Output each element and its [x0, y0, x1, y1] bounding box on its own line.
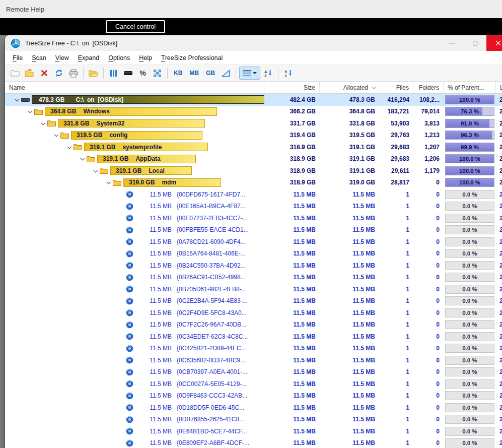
- allocated-cell: 319.0 GB: [320, 177, 379, 189]
- table-row[interactable]: 11.5 MB{0DB76855-2625-41C8...11.5 MB11.5…: [5, 414, 502, 426]
- chevron-down-icon[interactable]: [78, 157, 87, 160]
- column-header-allocated[interactable]: Allocated: [320, 82, 379, 93]
- kb-button[interactable]: KB: [171, 67, 185, 80]
- menu-item-treesize-professional[interactable]: TreeSize Professional: [157, 51, 227, 65]
- table-row[interactable]: 319.1 GBsystemprofile318.9 GB319.1 GB29,…: [5, 141, 502, 153]
- column-header-size[interactable]: Size: [264, 82, 320, 93]
- table-row[interactable]: 319.1 GBLocal318.9 GB319.1 GB29,6111,179…: [5, 165, 502, 177]
- menu-item-expand[interactable]: Expand: [74, 51, 104, 65]
- table-row[interactable]: 478.3 GBC:\ on [OSDisk]482.4 GB478.3 GB4…: [5, 94, 502, 106]
- table-row[interactable]: 11.5 MB{0C2E2B4A-5F94-4E83-...11.5 MB11.…: [5, 295, 502, 307]
- table-row[interactable]: 11.5 MB{0C425B21-2D89-44EC...11.5 MB11.5…: [5, 343, 502, 355]
- name-cell: 331.8 GBSystem32: [5, 117, 264, 130]
- gradient-mode-icon[interactable]: [151, 67, 164, 80]
- folders-cell: 0: [413, 390, 444, 402]
- table-row[interactable]: 11.5 MB{0A78CD21-6090-4DF4...11.5 MB11.5…: [5, 236, 502, 248]
- allocated-cell: 319.1 GB: [320, 141, 379, 153]
- last-change-cell: 2/: [496, 177, 502, 189]
- allocated-cell: 11.5 MB: [320, 390, 379, 402]
- column-header-name[interactable]: Name: [5, 82, 264, 93]
- item-name-label: {0C2F4D9E-5FC8-43A0...: [177, 309, 247, 316]
- details-list-icon: [243, 70, 251, 77]
- menu-item-view[interactable]: View: [51, 51, 74, 65]
- close-button[interactable]: [486, 35, 502, 51]
- table-row[interactable]: 11.5 MB{00E07237-2EB3-4CC7-...11.5 MB11.…: [5, 212, 502, 224]
- table-row[interactable]: 11.5 MB{0CC0027A-5E05-4129-...11.5 MB11.…: [5, 378, 502, 390]
- table-row[interactable]: 11.5 MB{0D9F8463-CCC3-42AB...11.5 MB11.5…: [5, 390, 502, 402]
- chart-icon[interactable]: [219, 67, 233, 80]
- table-row[interactable]: 11.5 MB{0E64B1BD-5CE7-44CF...11.5 MB11.5…: [5, 425, 502, 437]
- table-row[interactable]: 11.5 MB{0CB70397-A0EA-4001-...11.5 MB11.…: [5, 366, 502, 378]
- cancel-control-button[interactable]: Cancel control: [106, 20, 165, 33]
- table-row[interactable]: 364.8 GBWindows366.2 GB364.8 GB183,72179…: [5, 106, 502, 118]
- disc-file-icon: [126, 345, 136, 352]
- table-row[interactable]: 11.5 MB{00FBFE55-EACE-4CD1...11.5 MB11.5…: [5, 224, 502, 236]
- chevron-down-icon[interactable]: [38, 122, 47, 125]
- name-cell: 11.5 MB{0C34EDE7-62C8-4C8C...: [5, 331, 264, 343]
- select-directory-icon[interactable]: [23, 67, 36, 80]
- percent-bar: 99.9 %: [445, 143, 494, 152]
- refresh-icon[interactable]: [52, 67, 65, 80]
- column-header-files[interactable]: Files: [379, 82, 413, 93]
- chevron-down-icon[interactable]: [372, 85, 376, 89]
- size-cell: 11.5 MB: [264, 390, 320, 402]
- files-cell: 1: [379, 188, 413, 201]
- table-row[interactable]: 11.5 MB{0C2F4D9E-5FC8-43A0...11.5 MB11.5…: [5, 307, 502, 319]
- table-row[interactable]: 11.5 MB{00DFD675-1617-4FD7...11.5 MB11.5…: [5, 188, 502, 201]
- table-row[interactable]: 319.1 GBAppData318.9 GB319.1 GB29,6831,2…: [5, 153, 502, 165]
- minimize-button[interactable]: [440, 35, 463, 51]
- size-cell: 11.5 MB: [264, 331, 320, 343]
- menu-item-scan[interactable]: Scan: [27, 51, 51, 65]
- table-row[interactable]: 11.5 MB{0B15A764-8481-406E-...11.5 MB11.…: [5, 248, 502, 260]
- sort-alpha-icon[interactable]: A Z: [261, 67, 275, 80]
- table-row[interactable]: 319.0 GBmdm318.9 GB319.0 GB28,8170100.0 …: [5, 177, 502, 189]
- stop-scan-icon[interactable]: [37, 67, 51, 80]
- view-mode-dropdown-button[interactable]: [239, 67, 260, 80]
- table-row[interactable]: 11.5 MB{0C34EDE7-62C8-4C8C...11.5 MB11.5…: [5, 331, 502, 343]
- name-cell: 319.1 GBsystemprofile: [5, 141, 264, 153]
- percent-bar: 96.3 %: [445, 131, 494, 140]
- item-name-label: {0DB76855-2625-41C8...: [177, 416, 244, 423]
- size-bar-icon[interactable]: [121, 67, 135, 80]
- table-row[interactable]: 11.5 MB{0D18DD5F-0ED6-45C...11.5 MB11.5 …: [5, 402, 502, 414]
- chevron-down-icon[interactable]: [64, 146, 74, 149]
- file-label: 11.5 MB{0C7F2C26-96A7-40DB...: [136, 321, 246, 329]
- table-row[interactable]: 319.5 GBconfig319.4 GB319.5 GB29,7631,21…: [5, 130, 502, 142]
- item-size-label: 319.1 GB: [116, 167, 141, 174]
- maximize-button[interactable]: [463, 35, 486, 51]
- table-row[interactable]: 11.5 MB{0B26AC91-CB52-4998...11.5 MB11.5…: [5, 272, 502, 284]
- expand-folder-icon[interactable]: [87, 67, 100, 80]
- chevron-down-icon[interactable]: [12, 98, 21, 101]
- table-row[interactable]: 11.5 MB{0C7F2C26-96A7-40DB...11.5 MB11.5…: [5, 319, 502, 331]
- table-row[interactable]: 11.5 MB{0C635682-0D37-4BC9...11.5 MB11.5…: [5, 354, 502, 366]
- menu-item-help[interactable]: Help: [134, 51, 157, 65]
- print-icon[interactable]: [66, 67, 80, 80]
- chevron-down-icon[interactable]: [25, 110, 34, 113]
- sort-numeric-icon[interactable]: 9 1: [281, 67, 295, 80]
- chevron-down-icon[interactable]: [104, 181, 113, 184]
- open-directory-icon[interactable]: [8, 67, 22, 80]
- remote-control-black-bar: [0, 18, 502, 35]
- menu-item-options[interactable]: Options: [104, 51, 134, 65]
- last-change-cell: 2/: [496, 390, 502, 402]
- disc-file-icon: [126, 238, 136, 245]
- name-cell: 11.5 MB{0B705D61-982F-4FB8-...: [5, 283, 264, 295]
- table-row[interactable]: 11.5 MB{00E165A1-B9CA-4F87...11.5 MB11.5…: [5, 201, 502, 213]
- table-row[interactable]: 11.5 MB{0B705D61-982F-4FB8-...11.5 MB11.…: [5, 283, 502, 295]
- column-header-label: Files: [396, 84, 409, 91]
- column-header--of-parent-[interactable]: % of Parent...: [444, 82, 496, 93]
- chevron-down-icon[interactable]: [51, 134, 60, 137]
- table-row[interactable]: 11.5 MB{0B24C550-37BA-4D92...11.5 MB11.5…: [5, 260, 502, 272]
- column-header-folders[interactable]: Folders: [413, 82, 444, 93]
- table-row[interactable]: 331.8 GBSystem32331.7 GB331.8 GB53,9033,…: [5, 117, 502, 130]
- column-header-ls[interactable]: Ls: [496, 82, 502, 93]
- table-row[interactable]: 11.5 MB{0E809EF2-A6BF-4DCF-...11.5 MB11.…: [5, 437, 502, 448]
- chevron-down-icon[interactable]: [91, 169, 100, 172]
- files-cell: 1: [379, 307, 413, 319]
- gb-button[interactable]: GB: [203, 67, 218, 80]
- size-bars-icon[interactable]: [107, 67, 120, 80]
- item-size-label: 11.5 MB: [136, 274, 172, 281]
- percent-mode-button[interactable]: %: [136, 67, 150, 80]
- menu-item-file[interactable]: File: [8, 51, 27, 65]
- mb-button[interactable]: MB: [186, 67, 202, 80]
